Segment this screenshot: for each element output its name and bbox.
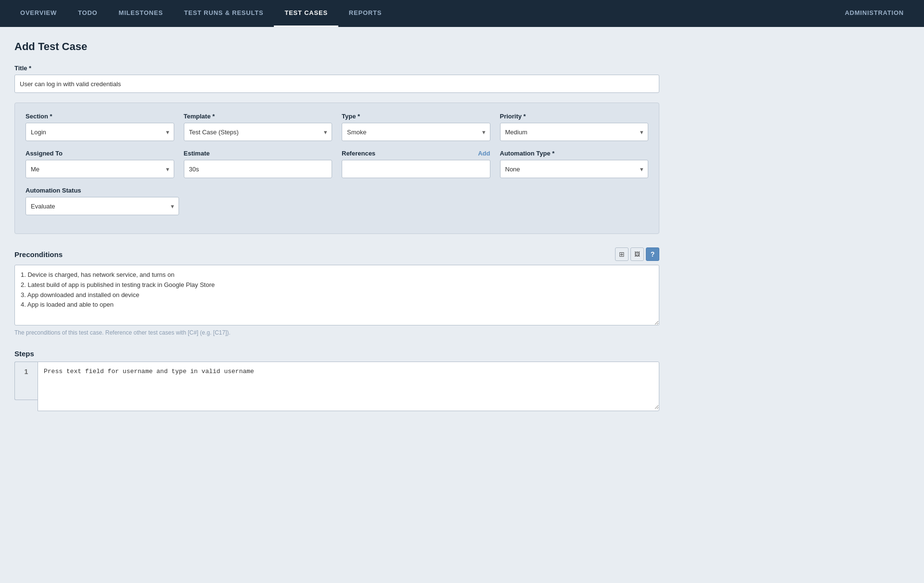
table-icon: ⊞ (619, 250, 625, 258)
title-field-group: Title * (14, 65, 659, 93)
template-label: Template * (184, 113, 333, 120)
fields-row-2: Assigned To MeUnassignedUser 1User 2 Est… (26, 150, 648, 178)
assigned-to-field: Assigned To MeUnassignedUser 1User 2 (26, 150, 174, 178)
help-icon: ? (651, 250, 655, 258)
automation-type-field: Automation Type * NoneAutomatedFunctiona… (500, 150, 649, 178)
nav-test-runs[interactable]: TEST RUNS & RESULTS (174, 0, 274, 27)
step-number: 1 (14, 362, 38, 400)
preconditions-title: Preconditions (14, 250, 63, 259)
references-input[interactable] (342, 160, 490, 178)
nav-test-cases[interactable]: TEST CASES (274, 0, 338, 27)
template-field: Template * Test Case (Steps)Test Case (T… (184, 113, 333, 141)
section-select[interactable]: LoginRegistrationDashboard (26, 123, 174, 141)
step-content: Press text field for username and type i… (38, 362, 659, 411)
automation-status-field: Automation Status EvaluateAutomatedNot A… (26, 187, 179, 215)
step-textarea[interactable]: Press text field for username and type i… (38, 362, 659, 409)
nav-milestones[interactable]: MILESTONES (108, 0, 174, 27)
preconditions-section: Preconditions ⊞ 🖼 ? The preconditions of… (14, 247, 659, 336)
toolbar-table-btn[interactable]: ⊞ (615, 247, 629, 261)
steps-title: Steps (14, 350, 34, 358)
automation-status-label: Automation Status (26, 187, 179, 194)
fields-panel: Section * LoginRegistrationDashboard Tem… (14, 103, 659, 234)
assigned-to-label: Assigned To (26, 150, 174, 157)
automation-type-label: Automation Type * (500, 150, 649, 157)
image-icon: 🖼 (634, 251, 640, 258)
preconditions-header: Preconditions ⊞ 🖼 ? (14, 247, 659, 261)
estimate-input[interactable] (184, 160, 333, 178)
references-add-link[interactable]: Add (478, 150, 490, 157)
title-input[interactable] (14, 75, 659, 93)
priority-label: Priority * (500, 113, 649, 120)
fields-row-3: Automation Status EvaluateAutomatedNot A… (26, 187, 648, 215)
estimate-field: Estimate (184, 150, 333, 178)
section-field: Section * LoginRegistrationDashboard (26, 113, 174, 141)
steps-header: Steps (14, 350, 659, 358)
nav-todo[interactable]: TODO (67, 0, 108, 27)
nav-overview[interactable]: OVERVIEW (10, 0, 67, 27)
type-label: Type * (342, 113, 490, 120)
type-select[interactable]: SmokeRegressionFunctionalPerformance (342, 123, 490, 141)
main-nav: OVERVIEW TODO MILESTONES TEST RUNS & RES… (0, 0, 924, 27)
table-row: 1 Press text field for username and type… (14, 362, 659, 411)
title-label: Title * (14, 65, 659, 72)
template-select[interactable]: Test Case (Steps)Test Case (Text)Explora… (184, 123, 333, 141)
nav-administration[interactable]: ADMINISTRATION (834, 0, 914, 27)
steps-table: 1 Press text field for username and type… (14, 362, 659, 411)
nav-reports[interactable]: REPORTS (338, 0, 392, 27)
toolbar-image-btn[interactable]: 🖼 (630, 247, 644, 261)
priority-select[interactable]: LowMediumHighCritical (500, 123, 649, 141)
toolbar-help-btn[interactable]: ? (646, 247, 659, 261)
estimate-label: Estimate (184, 150, 333, 157)
assigned-to-select[interactable]: MeUnassignedUser 1User 2 (26, 160, 174, 178)
steps-section: Steps 1 Press text field for username an… (14, 350, 659, 411)
preconditions-toolbar: ⊞ 🖼 ? (615, 247, 659, 261)
type-field: Type * SmokeRegressionFunctionalPerforma… (342, 113, 490, 141)
section-label: Section * (26, 113, 174, 120)
references-field: References Add (342, 150, 490, 178)
automation-type-select[interactable]: NoneAutomatedFunctional (500, 160, 649, 178)
page-title: Add Test Case (14, 40, 659, 53)
automation-status-select[interactable]: EvaluateAutomatedNot Automated (26, 197, 179, 215)
preconditions-hint: The preconditions of this test case. Ref… (14, 329, 659, 336)
preconditions-textarea[interactable] (14, 265, 659, 325)
fields-row-1: Section * LoginRegistrationDashboard Tem… (26, 113, 648, 141)
references-label: References (342, 150, 375, 157)
priority-field: Priority * LowMediumHighCritical (500, 113, 649, 141)
